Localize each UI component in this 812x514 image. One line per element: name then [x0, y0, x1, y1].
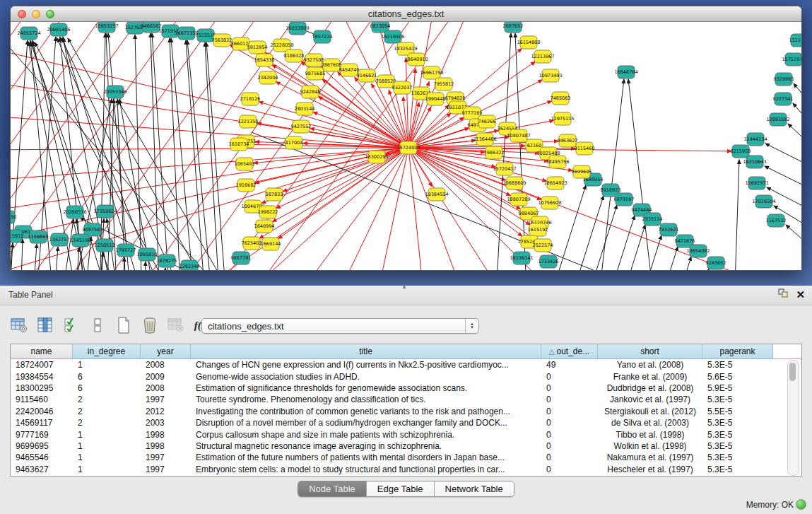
- graph-node[interactable]: 20691406: [47, 23, 70, 36]
- cell[interactable]: 22420046: [11, 407, 73, 416]
- cell[interactable]: 5.9E-5: [702, 383, 773, 393]
- cell[interactable]: 5.6E-5: [702, 372, 773, 382]
- cell[interactable]: Corpus callosum shape and size in male p…: [191, 430, 541, 440]
- graph-node[interactable]: 3915912: [11, 230, 23, 243]
- graph-node[interactable]: 7832621: [659, 223, 679, 236]
- cell[interactable]: Genome-wide association studies in ADHD.: [191, 372, 541, 382]
- memory-ok-led-icon[interactable]: [796, 499, 806, 510]
- column-header-in_degree[interactable]: in_degree: [73, 344, 141, 358]
- cell[interactable]: 9699695: [11, 441, 73, 451]
- cell[interactable]: 6: [73, 383, 141, 393]
- column-header-short[interactable]: short: [598, 344, 702, 358]
- graph-node[interactable]: 417004: [286, 136, 303, 149]
- cell[interactable]: Estimation of significance thresholds fo…: [191, 383, 541, 393]
- graph-node[interactable]: 18640910: [404, 53, 428, 66]
- trash-icon[interactable]: [141, 316, 159, 334]
- scrollbar-thumb[interactable]: [789, 363, 796, 381]
- graph-node[interactable]: 2522574: [533, 239, 553, 252]
- graph-node[interactable]: 8186328: [284, 49, 305, 62]
- rows-icon[interactable]: [88, 316, 107, 334]
- vertical-scrollbar[interactable]: [787, 360, 799, 476]
- network-table-select[interactable]: citations_edges.txt ▲▼: [201, 318, 479, 334]
- graph-node[interactable]: 2520650: [11, 211, 16, 223]
- graph-node[interactable]: 17016504: [752, 195, 775, 208]
- graph-node[interactable]: 1998222: [258, 206, 278, 218]
- new-document-icon[interactable]: [114, 316, 133, 334]
- cell[interactable]: 0: [541, 407, 598, 416]
- cell[interactable]: de Silva et al. (2003): [598, 418, 702, 428]
- row-select-icon[interactable]: [62, 316, 81, 334]
- graph-node[interactable]: 1292344: [180, 260, 200, 271]
- cell[interactable]: 1: [73, 465, 141, 474]
- cell[interactable]: 5.3E-5: [702, 441, 773, 451]
- graph-node[interactable]: 9146821: [357, 69, 377, 82]
- graph-node[interactable]: 1990448: [425, 93, 446, 105]
- graph-node[interactable]: 5912954: [247, 41, 268, 54]
- network-graph[interactable]: 2405572420691406106532571527602946616210…: [11, 22, 801, 271]
- graph-node[interactable]: 18300295: [365, 151, 388, 163]
- graph-node[interactable]: 16648784: [614, 66, 637, 78]
- cell[interactable]: 1997: [141, 452, 191, 462]
- column-header-pagerank[interactable]: pagerank: [702, 344, 773, 358]
- close-panel-icon[interactable]: ✕: [796, 289, 805, 300]
- cell[interactable]: 1998: [141, 430, 191, 440]
- cell[interactable]: 2008: [141, 383, 191, 393]
- graph-node[interactable]: 17359924: [93, 205, 117, 218]
- cell[interactable]: 0: [541, 430, 598, 440]
- graph-node[interactable]: 6879197: [614, 193, 635, 206]
- graph-node[interactable]: 7563822: [212, 34, 233, 47]
- graph-node[interactable]: 10688609: [502, 177, 526, 189]
- graph-node[interactable]: 7955812: [434, 78, 454, 90]
- cell[interactable]: 6: [73, 372, 141, 382]
- graph-node[interactable]: 1610734: [229, 138, 249, 151]
- cell[interactable]: 5.3E-5: [702, 360, 773, 370]
- cell[interactable]: 19384554: [11, 372, 73, 382]
- cell[interactable]: 2: [73, 418, 141, 428]
- cell[interactable]: 0: [541, 383, 598, 393]
- graph-node[interactable]: 9245652: [706, 257, 726, 269]
- table-row[interactable]: 1938455462009Genome-wide association stu…: [11, 370, 801, 382]
- graph-node[interactable]: 9427552: [291, 120, 312, 133]
- graph-node[interactable]: 10973493: [539, 69, 562, 82]
- cell[interactable]: 49: [541, 360, 598, 370]
- table-row[interactable]: 1830029562008Estimation of significance …: [11, 382, 801, 394]
- table-row[interactable]: 1456911722003Disruption of a novel membe…: [11, 417, 801, 428]
- graph-node[interactable]: 1615192: [528, 223, 548, 236]
- table-row[interactable]: 969969511998Structural magnetic resonanc…: [11, 440, 801, 452]
- graph-node[interactable]: 16033809: [286, 22, 309, 35]
- cell[interactable]: Changes of HCN gene expression and I(f) …: [191, 360, 541, 370]
- graph-node[interactable]: 7857224: [312, 30, 333, 43]
- graph-node[interactable]: 1678275: [157, 255, 177, 267]
- cell[interactable]: 1: [73, 441, 141, 451]
- cell[interactable]: 0: [541, 418, 598, 428]
- graph-node[interactable]: 1065493: [235, 158, 255, 170]
- graph-node[interactable]: 1342757: [49, 233, 70, 246]
- cell[interactable]: 5.3E-5: [702, 418, 773, 428]
- graph-node[interactable]: 1145190: [71, 234, 91, 247]
- graph-node[interactable]: 16210643: [743, 156, 766, 168]
- tab-edge-table[interactable]: Edge Table: [367, 481, 435, 496]
- cell[interactable]: 1: [73, 430, 141, 440]
- graph-node[interactable]: 20206536: [63, 206, 86, 218]
- table-row[interactable]: 911546021997Tourette syndrome. Phenomeno…: [11, 394, 801, 405]
- graph-node[interactable]: 10654082: [686, 245, 710, 257]
- cell[interactable]: 5.3E-5: [702, 452, 773, 462]
- cell[interactable]: 9465546: [11, 452, 73, 462]
- graph-node[interactable]: 1669144: [261, 238, 281, 250]
- cell[interactable]: 1: [73, 360, 141, 370]
- cell[interactable]: Investigating the contribution of common…: [191, 407, 541, 416]
- cell[interactable]: Tourette syndrome. Phenomenology and cla…: [191, 395, 541, 404]
- cell[interactable]: Wolkin et al. (1998): [598, 441, 702, 451]
- graph-node[interactable]: 16961758: [420, 66, 443, 79]
- network-canvas[interactable]: 2405572420691406106532571527602946616210…: [11, 22, 801, 271]
- cell[interactable]: 5.5E-5: [702, 407, 773, 416]
- graph-node[interactable]: 7625402: [242, 237, 262, 250]
- graph-node[interactable]: 15751074: [782, 53, 801, 66]
- graph-node[interactable]: 19218506: [381, 30, 404, 43]
- graph-node[interactable]: 9699695: [572, 165, 592, 178]
- cell[interactable]: 0: [541, 441, 598, 451]
- graph-node[interactable]: 1250513: [95, 239, 115, 252]
- cell[interactable]: 2003: [141, 418, 191, 428]
- graph-node[interactable]: 9857791: [231, 252, 252, 264]
- panel-resize-handle-icon[interactable]: ▲: [401, 284, 407, 290]
